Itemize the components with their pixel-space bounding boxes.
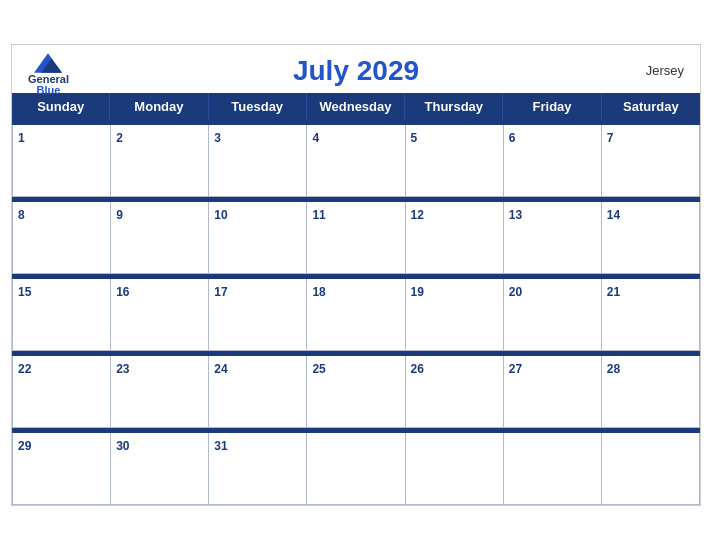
date-number-28: 28 [607, 362, 620, 376]
week-row-4: 293031 [12, 433, 700, 505]
date-number-30: 30 [116, 439, 129, 453]
logo-blue-text: Blue [37, 85, 61, 96]
logo-area: General Blue [28, 53, 69, 96]
day-cell-31: 31 [209, 433, 307, 505]
day-cell-13: 13 [504, 202, 602, 274]
day-cell-2: 2 [111, 125, 209, 197]
day-cell-22: 22 [13, 356, 111, 428]
day-cell-3: 3 [209, 125, 307, 197]
day-cell-11: 11 [307, 202, 405, 274]
date-number-13: 13 [509, 208, 522, 222]
day-tuesday: Tuesday [209, 93, 307, 120]
day-cell-19: 19 [406, 279, 504, 351]
day-cell-28: 28 [602, 356, 700, 428]
date-number-25: 25 [312, 362, 325, 376]
date-number-8: 8 [18, 208, 25, 222]
date-number-27: 27 [509, 362, 522, 376]
day-cell-17: 17 [209, 279, 307, 351]
calendar-body: 1234567891011121314151617181920212223242… [12, 120, 700, 505]
day-wednesday: Wednesday [307, 93, 405, 120]
date-number-20: 20 [509, 285, 522, 299]
date-number-15: 15 [18, 285, 31, 299]
date-number-10: 10 [214, 208, 227, 222]
calendar-header: General Blue July 2029 Jersey [12, 45, 700, 93]
day-thursday: Thursday [405, 93, 503, 120]
day-cell-1: 1 [13, 125, 111, 197]
week-row-1: 891011121314 [12, 202, 700, 274]
date-number-1: 1 [18, 131, 25, 145]
date-number-2: 2 [116, 131, 123, 145]
day-cell-14: 14 [602, 202, 700, 274]
date-number-5: 5 [411, 131, 418, 145]
day-cell-23: 23 [111, 356, 209, 428]
date-number-4: 4 [312, 131, 319, 145]
date-number-29: 29 [18, 439, 31, 453]
date-number-16: 16 [116, 285, 129, 299]
calendar-title: July 2029 [293, 55, 419, 87]
date-number-9: 9 [116, 208, 123, 222]
date-number-23: 23 [116, 362, 129, 376]
day-cell-20: 20 [504, 279, 602, 351]
week-row-3: 22232425262728 [12, 356, 700, 428]
day-cell-24: 24 [209, 356, 307, 428]
day-cell-empty-4-6 [602, 433, 700, 505]
date-number-21: 21 [607, 285, 620, 299]
calendar-container: General Blue July 2029 Jersey Sunday Mon… [11, 44, 701, 506]
date-number-18: 18 [312, 285, 325, 299]
date-number-12: 12 [411, 208, 424, 222]
day-cell-empty-4-3 [307, 433, 405, 505]
day-friday: Friday [503, 93, 601, 120]
day-cell-18: 18 [307, 279, 405, 351]
date-number-22: 22 [18, 362, 31, 376]
day-cell-21: 21 [602, 279, 700, 351]
date-number-3: 3 [214, 131, 221, 145]
day-cell-7: 7 [602, 125, 700, 197]
date-number-31: 31 [214, 439, 227, 453]
week-row-0: 1234567 [12, 125, 700, 197]
date-number-17: 17 [214, 285, 227, 299]
date-number-19: 19 [411, 285, 424, 299]
day-monday: Monday [110, 93, 208, 120]
day-cell-15: 15 [13, 279, 111, 351]
date-number-24: 24 [214, 362, 227, 376]
day-cell-empty-4-4 [406, 433, 504, 505]
logo-icon [34, 53, 62, 73]
region-label: Jersey [646, 63, 684, 78]
date-number-26: 26 [411, 362, 424, 376]
day-sunday: Sunday [12, 93, 110, 120]
days-of-week-header: Sunday Monday Tuesday Wednesday Thursday… [12, 93, 700, 120]
date-number-11: 11 [312, 208, 325, 222]
day-saturday: Saturday [602, 93, 700, 120]
date-number-14: 14 [607, 208, 620, 222]
day-cell-29: 29 [13, 433, 111, 505]
day-cell-10: 10 [209, 202, 307, 274]
day-cell-25: 25 [307, 356, 405, 428]
day-cell-empty-4-5 [504, 433, 602, 505]
day-cell-9: 9 [111, 202, 209, 274]
day-cell-4: 4 [307, 125, 405, 197]
day-cell-30: 30 [111, 433, 209, 505]
day-cell-26: 26 [406, 356, 504, 428]
date-number-7: 7 [607, 131, 614, 145]
day-cell-27: 27 [504, 356, 602, 428]
day-cell-6: 6 [504, 125, 602, 197]
day-cell-8: 8 [13, 202, 111, 274]
week-row-2: 15161718192021 [12, 279, 700, 351]
day-cell-16: 16 [111, 279, 209, 351]
day-cell-5: 5 [406, 125, 504, 197]
date-number-6: 6 [509, 131, 516, 145]
day-cell-12: 12 [406, 202, 504, 274]
